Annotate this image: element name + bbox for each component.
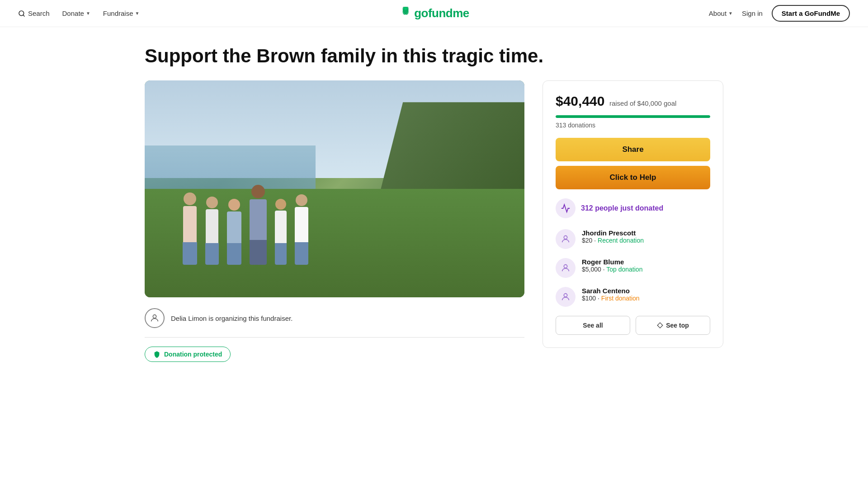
see-all-button[interactable]: See all bbox=[556, 316, 630, 335]
raised-amount: $40,440 bbox=[556, 94, 604, 108]
progress-bar-fill bbox=[556, 115, 710, 118]
donor-tag-1[interactable]: Recent donation bbox=[598, 237, 644, 244]
raised-goal: raised of $40,000 goal bbox=[609, 99, 676, 107]
logo-leaf-icon bbox=[399, 7, 412, 20]
see-buttons-row: See all See top bbox=[556, 316, 710, 335]
donate-nav-item[interactable]: Donate ▼ bbox=[62, 9, 90, 17]
nav-right: About ▼ Sign in Start a GoFundMe bbox=[709, 5, 850, 22]
start-gofundme-button[interactable]: Start a GoFundMe bbox=[772, 5, 850, 22]
nav-left: Search Donate ▼ Fundraise ▼ bbox=[18, 9, 139, 17]
donor-amount-1: $20 · Recent donation bbox=[582, 237, 644, 244]
donation-protected-badge: Donation protected bbox=[145, 347, 231, 362]
person-3 bbox=[227, 199, 241, 265]
site-logo[interactable]: gofundme bbox=[399, 6, 469, 20]
fundraise-card: $40,440 raised of $40,000 goal 313 donat… bbox=[542, 80, 723, 348]
donor-info-1: Jhordin Prescott $20 · Recent donation bbox=[582, 229, 644, 244]
person-5 bbox=[275, 199, 287, 265]
donor-row-2: Roger Blume $5,000 · Top donation bbox=[556, 258, 710, 278]
chevron-down-icon: ▼ bbox=[86, 11, 90, 16]
donor-info-2: Roger Blume $5,000 · Top donation bbox=[582, 258, 642, 273]
svg-line-1 bbox=[23, 15, 24, 16]
donor-avatar-3 bbox=[556, 287, 576, 307]
fundraise-nav-item[interactable]: Fundraise ▼ bbox=[103, 9, 140, 17]
signin-button[interactable]: Sign in bbox=[742, 9, 763, 17]
donor-avatar-2 bbox=[556, 258, 576, 278]
donor-avatar-1 bbox=[556, 229, 576, 249]
see-top-button[interactable]: See top bbox=[636, 316, 710, 335]
main-content: Support the Brown family in this tragic … bbox=[118, 27, 750, 380]
click-to-help-button[interactable]: Click to Help bbox=[556, 166, 710, 189]
raised-row: $40,440 raised of $40,000 goal bbox=[556, 94, 710, 109]
svg-point-6 bbox=[564, 236, 567, 239]
organizer-text: Delia Limon is organizing this fundraise… bbox=[171, 314, 292, 322]
search-button[interactable]: Search bbox=[18, 9, 50, 17]
search-icon bbox=[18, 10, 25, 17]
trending-icon bbox=[556, 198, 576, 218]
search-label: Search bbox=[28, 9, 50, 17]
svg-marker-9 bbox=[657, 323, 663, 328]
donations-count: 313 donations bbox=[556, 122, 710, 129]
person-2 bbox=[205, 197, 219, 265]
donor-icon-2 bbox=[561, 263, 571, 273]
progress-bar bbox=[556, 115, 710, 118]
donor-name-2: Roger Blume bbox=[582, 258, 642, 266]
about-nav-item[interactable]: About ▼ bbox=[709, 9, 733, 17]
donor-name-3: Sarah Centeno bbox=[582, 287, 640, 295]
share-button[interactable]: Share bbox=[556, 138, 710, 161]
donor-icon-3 bbox=[561, 292, 571, 302]
campaign-image bbox=[145, 80, 524, 297]
donor-tag-3[interactable]: First donation bbox=[601, 295, 640, 302]
chevron-down-icon: ▼ bbox=[728, 11, 733, 16]
donor-tag-2[interactable]: Top donation bbox=[606, 266, 642, 273]
svg-point-4 bbox=[404, 7, 407, 10]
donor-amount-3: $100 · First donation bbox=[582, 295, 640, 302]
left-column: Delia Limon is organizing this fundraise… bbox=[145, 80, 524, 362]
organizer-icon bbox=[145, 308, 165, 328]
donor-info-3: Sarah Centeno $100 · First donation bbox=[582, 287, 640, 302]
page-title: Support the Brown family in this tragic … bbox=[145, 45, 723, 67]
donor-amount-2: $5,000 · Top donation bbox=[582, 266, 642, 273]
social-proof-text: 312 people just donated bbox=[581, 204, 663, 212]
chevron-down-icon: ▼ bbox=[135, 11, 140, 16]
content-layout: Delia Limon is organizing this fundraise… bbox=[145, 80, 723, 362]
donor-row-1: Jhordin Prescott $20 · Recent donation bbox=[556, 229, 710, 249]
shield-icon bbox=[153, 351, 160, 358]
donor-row-3: Sarah Centeno $100 · First donation bbox=[556, 287, 710, 307]
svg-point-7 bbox=[564, 265, 567, 268]
person-1 bbox=[183, 192, 197, 265]
chart-icon bbox=[561, 203, 571, 213]
navbar: Search Donate ▼ Fundraise ▼ gofundme Abo… bbox=[0, 0, 868, 27]
donor-icon-1 bbox=[561, 234, 571, 244]
social-proof-row: 312 people just donated bbox=[556, 198, 710, 218]
person-6 bbox=[295, 194, 308, 265]
people-group bbox=[183, 185, 308, 265]
svg-point-5 bbox=[153, 315, 156, 318]
logo-text: gofundme bbox=[414, 6, 469, 20]
person-4 bbox=[250, 185, 267, 265]
diamond-icon bbox=[657, 322, 663, 328]
person-icon bbox=[150, 313, 160, 323]
donor-name-1: Jhordin Prescott bbox=[582, 229, 644, 237]
organizer-row: Delia Limon is organizing this fundraise… bbox=[145, 308, 524, 338]
right-column: $40,440 raised of $40,000 goal 313 donat… bbox=[542, 80, 723, 348]
svg-point-8 bbox=[564, 294, 567, 297]
